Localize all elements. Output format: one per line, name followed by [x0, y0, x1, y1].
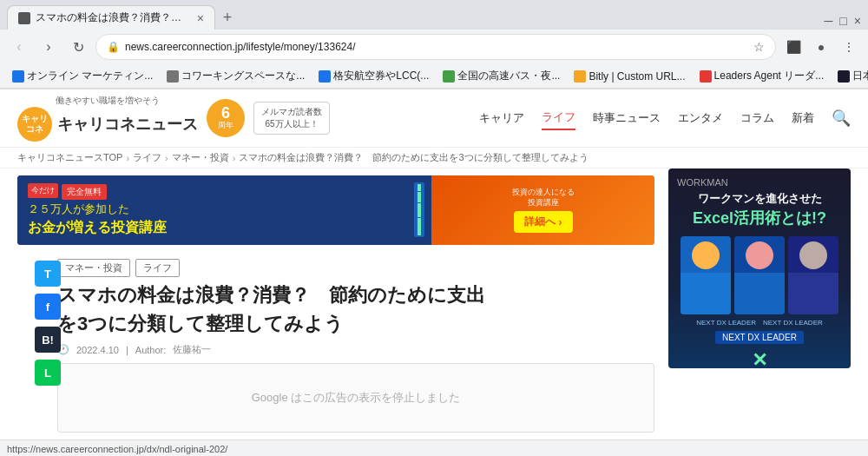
bookmark-label-1: オンライン マーケティン... [27, 69, 153, 83]
site-header: 働きやすい職場を増やそう キャリ コネ キャリコネニュース 6 周年 メルマガ読… [0, 89, 868, 148]
person-card-2 [734, 236, 785, 314]
hatena-share-button[interactable]: B! [35, 327, 61, 353]
mail-line1: メルマガ読者数 [261, 106, 322, 118]
bc-life[interactable]: ライフ [133, 151, 161, 164]
bookmark-2[interactable]: コワーキングスペースな... [161, 67, 310, 85]
author-label: Author: [135, 345, 166, 355]
new-tab-button[interactable]: + [215, 5, 240, 30]
mail-badge: メルマガ読者数 65万人以上！ [253, 102, 330, 135]
side-ad[interactable]: WORKMAN ワークマンを進化させた Excel活用術とは!? [668, 169, 851, 368]
banner-graph-label: 投資の達人になる投資講座 [512, 188, 575, 208]
banner-count: ２５万人が参加した [28, 202, 129, 217]
active-tab[interactable]: スマホの料金は浪費？消費？ 節約のた... × [7, 5, 215, 30]
anniversary-badge: 6 周年 [207, 99, 245, 137]
bookmark-4[interactable]: 全国の高速バス・夜... [437, 67, 565, 85]
tab-bar: スマホの料金は浪費？消費？ 節約のた... × + ─ □ × [0, 0, 868, 30]
banner-left: 今だけ 完全無料 ２５万人が参加した お金が増える投資講座 [17, 175, 431, 245]
profile-icon[interactable]: ● [809, 35, 833, 59]
tab-close-button[interactable]: × [197, 11, 204, 25]
tab-title: スマホの料金は浪費？消費？ 節約のた... [36, 10, 192, 25]
tab-favicon [18, 12, 30, 24]
nav-career[interactable]: キャリア [479, 107, 524, 129]
page-content: 働きやすい職場を増やそう キャリ コネ キャリコネニュース 6 周年 メルマガ読… [0, 89, 868, 439]
line-share-button[interactable]: L [35, 360, 61, 386]
minimize-button[interactable]: ─ [824, 14, 832, 28]
extension-icon[interactable]: ⬛ [781, 35, 806, 59]
logo-icon: キャリ コネ [17, 107, 52, 142]
bc-top[interactable]: キャリコネニュースTOP [17, 151, 122, 164]
bookmark-favicon-4 [443, 70, 455, 83]
side-bottom-text: NEXT DX LEADER NEXT DX LEADER [677, 318, 842, 327]
nav-new[interactable]: 新着 [792, 107, 814, 129]
bc-money[interactable]: マネー・投資 [172, 151, 229, 164]
x-logo: ✕ [752, 349, 767, 368]
forward-button[interactable]: › [36, 35, 61, 59]
bookmark-star-icon[interactable]: ☆ [753, 40, 765, 54]
side-brand: NEXT DX LEADER [715, 331, 804, 344]
bookmark-label-6: Leaders Agent リーダ... [714, 69, 825, 83]
nav-life[interactable]: ライフ [542, 106, 575, 130]
social-icons: T f B! L [35, 261, 61, 386]
side-persons [681, 236, 838, 314]
nav-entertainment[interactable]: エンタメ [678, 107, 723, 129]
banner-cta-button[interactable]: 詳細へ › [514, 211, 573, 233]
bookmark-favicon-5 [574, 70, 586, 83]
status-bar: https://news.careerconnection.jp/dx/ndl-… [0, 439, 868, 456]
side-ad-excel: Excel活用術とは!? [693, 208, 826, 228]
search-icon[interactable]: 🔍 [832, 109, 851, 128]
menu-button[interactable]: ⋮ [837, 35, 861, 59]
url-action-icons: ☆ [753, 40, 765, 54]
window-close-button[interactable]: × [854, 14, 861, 28]
side-workman-label: WORKMAN [677, 177, 842, 188]
status-url: https://news.careerconnection.jp/dx/ndl-… [7, 444, 227, 454]
facebook-share-button[interactable]: f [35, 294, 61, 320]
person-card-3 [788, 236, 838, 314]
refresh-button[interactable]: ↻ [66, 35, 90, 59]
bookmark-label-3: 格安航空券やLCC(... [333, 69, 429, 83]
tag-life[interactable]: ライフ [135, 259, 180, 277]
bookmark-favicon-6 [700, 70, 712, 83]
maximize-button[interactable]: □ [839, 14, 846, 28]
bookmark-5[interactable]: Bitly | Custom URL... [569, 69, 690, 84]
bookmark-label-5: Bitly | Custom URL... [589, 70, 685, 83]
mail-line2: 65万人以上！ [261, 118, 322, 130]
bookmark-1[interactable]: オンライン マーケティン... [7, 67, 158, 85]
author-name: 佐藤祐一 [173, 343, 211, 356]
google-ad-area: Google はこの広告の表示を停止しました [57, 363, 654, 433]
twitter-share-button[interactable]: T [35, 261, 61, 287]
article-title: スマホの料金は浪費？消費？ 節約のために支出 を3つに分類して整理してみよう [57, 281, 654, 338]
banner-badge: 今だけ [28, 183, 58, 198]
meta-divider: | [126, 345, 128, 355]
article-content: マネー・投資 ライフ スマホの料金は浪費？消費？ 節約のために支出 を3つに分類… [17, 252, 654, 433]
bc-article: スマホの料金は浪費？消費？ 節約のために支出を3つに分類して整理してみよう [239, 151, 588, 164]
person-card-1 [681, 236, 731, 314]
site-tagline: 働きやすい職場を増やそう [56, 95, 160, 107]
article-tags: マネー・投資 ライフ [57, 259, 654, 277]
bookmark-7[interactable]: 日本の社長.tv - 日... [832, 67, 868, 85]
anni-label: 周年 [218, 121, 233, 131]
address-bar: ‹ › ↻ 🔒 news.careerconnection.jp/lifesty… [0, 30, 868, 64]
banner-ad[interactable]: 今だけ 完全無料 ２５万人が参加した お金が増える投資講座 [17, 175, 654, 245]
article-meta: 🕐 2022.4.10 | Author: 佐藤祐一 [57, 343, 654, 356]
side-ad-inner: WORKMAN ワークマンを進化させた Excel活用術とは!? [668, 169, 851, 368]
nav-column[interactable]: コラム [740, 107, 774, 129]
bookmark-favicon-2 [167, 70, 179, 83]
bookmark-3[interactable]: 格安航空券やLCC(... [313, 67, 434, 85]
anni-num: 6 [221, 105, 230, 121]
bookmark-6[interactable]: Leaders Agent リーダ... [694, 67, 830, 85]
site-logo[interactable]: キャリ コネ キャリコネニュース [17, 107, 198, 142]
bookmark-label-7: 日本の社長.tv - 日... [852, 69, 868, 83]
tag-money[interactable]: マネー・投資 [57, 259, 130, 277]
bookmark-favicon-3 [319, 70, 331, 83]
content-column: 今だけ 完全無料 ２５万人が参加した お金が増える投資講座 [17, 169, 654, 433]
back-button[interactable]: ‹ [7, 35, 31, 59]
banner-title: お金が増える投資講座 [28, 219, 167, 237]
url-display: news.careerconnection.jp/lifestyle/money… [125, 41, 748, 53]
bookmark-label-4: 全国の高速バス・夜... [457, 69, 560, 83]
logo-text: キャリコネニュース [57, 114, 198, 135]
google-ad-text: Google はこの広告の表示を停止しました [252, 391, 461, 404]
breadcrumb: キャリコネニュースTOP › ライフ › マネー・投資 › スマホの料金は浪費？… [0, 148, 868, 169]
toolbar-right: ⬛ ● ⋮ [781, 35, 861, 59]
url-input[interactable]: 🔒 news.careerconnection.jp/lifestyle/mon… [95, 34, 776, 60]
nav-news[interactable]: 時事ニュース [593, 107, 661, 129]
